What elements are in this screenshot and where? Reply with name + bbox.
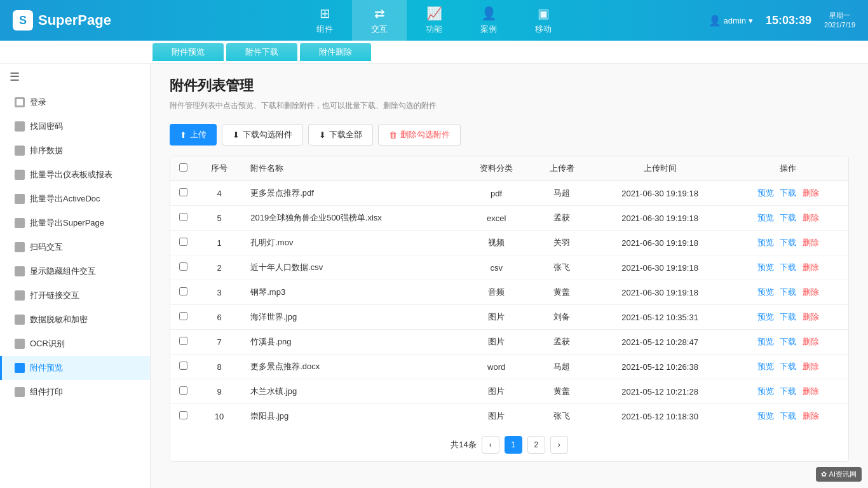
delete-action-link[interactable]: 删除 [803, 411, 819, 421]
download-selected-icon: ⬇ [233, 130, 240, 140]
preview-action-link[interactable]: 预览 [757, 213, 774, 222]
row-checkbox[interactable] [179, 362, 187, 370]
download-all-button[interactable]: ⬇ 下载全部 [308, 124, 373, 146]
page-button-2[interactable]: 2 [527, 436, 545, 454]
nav-tab-components[interactable]: ⊞ 组件 [297, 0, 352, 41]
row-category: word [461, 355, 532, 379]
components-icon: ⊞ [320, 6, 330, 21]
row-checkbox[interactable] [179, 411, 187, 419]
delete-action-link[interactable]: 删除 [803, 386, 819, 396]
preview-action-link[interactable]: 预览 [757, 188, 774, 198]
preview-action-link[interactable]: 预览 [757, 362, 774, 371]
delete-action-link[interactable]: 删除 [803, 337, 819, 346]
next-page-button[interactable]: › [550, 436, 568, 454]
row-checkbox-cell[interactable] [170, 330, 196, 355]
table-row: 8 更多景点推荐.docx word 马超 2021-05-12 10:26:3… [170, 355, 848, 379]
prev-page-button[interactable]: ‹ [482, 436, 499, 454]
table-row: 6 海洋世界.jpg 图片 刘备 2021-05-12 10:35:31 预览 … [170, 305, 848, 330]
download-action-link[interactable]: 下载 [780, 262, 796, 272]
sidebar-item-show-hide-interaction[interactable]: 显示隐藏组件交互 [0, 259, 150, 283]
download-action-link[interactable]: 下载 [780, 287, 796, 297]
table-row: 9 木兰水镇.jpg 图片 黄盖 2021-05-12 10:21:28 预览 … [170, 379, 848, 404]
sidebar-item-sort-data[interactable]: 排序数据 [0, 139, 150, 163]
preview-action-link[interactable]: 预览 [757, 287, 774, 297]
download-action-link[interactable]: 下载 [780, 337, 796, 346]
row-checkbox-cell[interactable] [170, 379, 196, 404]
row-checkbox[interactable] [179, 262, 187, 271]
nav-tab-mobile[interactable]: ▣ 移动 [516, 0, 571, 41]
row-checkbox-cell[interactable] [170, 231, 196, 255]
sidebar-item-ocr[interactable]: OCR识别 [0, 332, 150, 356]
row-checkbox-cell[interactable] [170, 280, 196, 305]
row-checkbox-cell[interactable] [170, 305, 196, 330]
delete-action-link[interactable]: 删除 [803, 238, 819, 247]
row-checkbox-cell[interactable] [170, 206, 196, 231]
row-name: 2019全球独角兽企业500强榜单.xlsx [243, 206, 460, 231]
sidebar-item-login[interactable]: 登录 [0, 90, 150, 114]
row-checkbox[interactable] [179, 386, 187, 395]
table-row: 10 崇阳县.jpg 图片 张飞 2021-05-12 10:18:30 预览 … [170, 404, 848, 429]
sidebar-item-data-desensitization-label: 数据脱敏和加密 [30, 314, 88, 325]
download-action-link[interactable]: 下载 [780, 188, 796, 198]
row-checkbox[interactable] [179, 287, 187, 295]
download-action-link[interactable]: 下载 [780, 312, 796, 322]
admin-dropdown[interactable]: 👤 admin ▾ [709, 15, 753, 27]
sidebar-item-scan-interaction[interactable]: 扫码交互 [0, 235, 150, 259]
nav-tab-function[interactable]: 📈 功能 [407, 0, 461, 41]
download-action-link[interactable]: 下载 [780, 362, 796, 371]
row-checkbox[interactable] [179, 337, 187, 345]
preview-action-link[interactable]: 预览 [757, 238, 774, 247]
upload-button[interactable]: ⬆ 上传 [170, 124, 217, 146]
row-time: 2021-05-12 10:35:31 [592, 305, 728, 330]
row-name: 木兰水镇.jpg [243, 379, 460, 404]
preview-action-link[interactable]: 预览 [757, 411, 774, 421]
nav-tab-cases[interactable]: 👤 案例 [461, 0, 516, 41]
nav-tab-interaction[interactable]: ⇄ 交互 [352, 0, 407, 41]
preview-action-link[interactable]: 预览 [757, 262, 774, 272]
sidebar-item-batch-export-superpage[interactable]: 批量导出SuperPage [0, 211, 150, 235]
row-checkbox[interactable] [179, 188, 187, 196]
page-button-1[interactable]: 1 [505, 436, 522, 454]
sidebar-item-attachment-preview[interactable]: 附件预览 [0, 356, 150, 380]
delete-selected-button[interactable]: 🗑 删除勾选附件 [378, 124, 461, 146]
delete-action-link[interactable]: 删除 [803, 312, 819, 322]
sidebar-toggle[interactable]: ☰ [0, 64, 150, 90]
function-icon: 📈 [426, 6, 442, 21]
sidebar-item-component-print[interactable]: 组件打印 [0, 380, 150, 404]
select-all-checkbox[interactable] [179, 163, 187, 172]
sub-tab-preview[interactable]: 附件预览 [153, 43, 224, 61]
delete-action-link[interactable]: 删除 [803, 188, 819, 198]
row-checkbox[interactable] [179, 312, 187, 320]
sidebar-item-batch-export-activedoc[interactable]: 批量导出ActiveDoc [0, 187, 150, 211]
download-action-link[interactable]: 下载 [780, 213, 796, 222]
sidebar-item-attachment-preview-label: 附件预览 [30, 362, 63, 374]
row-name: 更多景点推荐.pdf [243, 181, 460, 206]
row-checkbox[interactable] [179, 238, 187, 246]
attachment-table: 序号 附件名称 资料分类 上传者 上传时间 操作 4 更多景点推荐.pdf pd… [170, 156, 849, 462]
row-checkbox-cell[interactable] [170, 255, 196, 280]
sidebar-item-find-password[interactable]: 找回密码 [0, 114, 150, 139]
sidebar-item-open-link-interaction[interactable]: 打开链接交互 [0, 283, 150, 308]
preview-action-link[interactable]: 预览 [757, 337, 774, 346]
delete-action-link[interactable]: 删除 [803, 362, 819, 371]
total-count: 共14条 [451, 439, 476, 451]
row-checkbox-cell[interactable] [170, 355, 196, 379]
sidebar-item-data-desensitization[interactable]: 数据脱敏和加密 [0, 308, 150, 332]
download-action-link[interactable]: 下载 [780, 411, 796, 421]
sub-tab-download[interactable]: 附件下载 [226, 43, 297, 61]
preview-action-link[interactable]: 预览 [757, 312, 774, 322]
sub-tab-delete[interactable]: 附件删除 [300, 43, 371, 61]
select-all-header[interactable] [170, 156, 196, 181]
download-selected-button[interactable]: ⬇ 下载勾选附件 [222, 124, 303, 146]
sidebar-item-batch-export-dashboard[interactable]: 批量导出仪表板或报表 [0, 163, 150, 187]
download-action-link[interactable]: 下载 [780, 238, 796, 247]
delete-action-link[interactable]: 删除 [803, 287, 819, 297]
row-checkbox-cell[interactable] [170, 181, 196, 206]
sub-header: 附件预览 附件下载 附件删除 [0, 41, 868, 64]
row-checkbox[interactable] [179, 213, 187, 221]
delete-action-link[interactable]: 删除 [803, 262, 819, 272]
download-action-link[interactable]: 下载 [780, 386, 796, 396]
preview-action-link[interactable]: 预览 [757, 386, 774, 396]
delete-action-link[interactable]: 删除 [803, 213, 819, 222]
row-checkbox-cell[interactable] [170, 404, 196, 429]
